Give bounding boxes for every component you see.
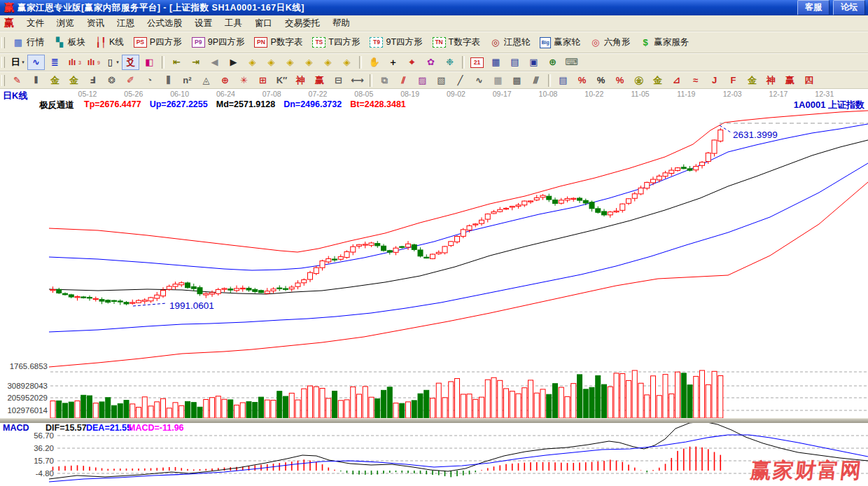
gold-line-button[interactable]: 金 (649, 73, 666, 88)
calendar-21-button[interactable]: 21 (468, 55, 486, 70)
customer-service-button[interactable]: 客服 (797, 0, 830, 15)
circle-cross-button[interactable]: ⊕ (216, 73, 234, 88)
quotes-button[interactable]: ▦行情 (8, 35, 49, 50)
grid-123-button[interactable]: ⊟ (330, 73, 347, 88)
menu-窗口[interactable]: 窗口 (248, 16, 279, 31)
menu-浏览[interactable]: 浏览 (50, 16, 80, 31)
gold-circle-button[interactable]: ㊎ (630, 73, 648, 88)
percent-line-button[interactable]: % (611, 73, 629, 88)
menu-工具[interactable]: 工具 (218, 16, 248, 31)
hatch-box-2-button[interactable]: ▧ (433, 73, 450, 88)
grid-fill-button[interactable]: ▩ (508, 73, 526, 88)
info-list-button[interactable]: ≣ (46, 55, 64, 70)
win-tool-button[interactable]: 赢 (311, 73, 328, 88)
p-square-button[interactable]: PSP四方形 (129, 35, 187, 50)
winner-wheel-button[interactable]: Big赢家轮 (535, 35, 585, 50)
gold-grid-2-button[interactable]: 金 (65, 73, 83, 88)
expand-diamond-button[interactable]: ◈ (319, 55, 337, 70)
zoom-left-diamond-button[interactable]: ◈ (244, 55, 261, 70)
magnifier-button[interactable]: ⌖ (403, 55, 421, 70)
calculator-button[interactable]: ▦ (487, 55, 505, 70)
pattern-red-button[interactable]: 爻 (122, 55, 139, 70)
notepad-button[interactable]: ▤ (506, 55, 524, 70)
p-number-table-button[interactable]: PNP数字表 (249, 35, 307, 50)
histogram-color-button[interactable]: ◧ (141, 55, 158, 70)
grid-cross-button[interactable]: ⊞ (254, 73, 272, 88)
grid-dense-button[interactable]: ▦ (489, 73, 507, 88)
gann-box-button[interactable]: ▤ (554, 73, 572, 88)
gann-wheel-button[interactable]: ◎江恩轮 (485, 35, 536, 50)
hexagon-button[interactable]: ◎六角形 (585, 35, 636, 50)
frame-tool-button[interactable]: ⧉ (376, 73, 393, 88)
page-left-button[interactable]: ◀ (206, 55, 223, 70)
period-dropdown-button[interactable]: 日▾ (8, 55, 26, 70)
save-disk-button[interactable]: ▣ (525, 55, 542, 70)
shen-tool-button[interactable]: 神 (292, 73, 309, 88)
comb-2-button[interactable]: ⫼ (160, 73, 177, 88)
t-number-table-button[interactable]: TNT数字表 (428, 35, 485, 50)
web-mail-button[interactable]: ⊕ (544, 55, 561, 70)
zoom-right-diamond-button[interactable]: ◈ (262, 55, 280, 70)
full-view-diamond-button[interactable]: ◈ (338, 55, 356, 70)
toolbar-grip[interactable] (1, 37, 5, 48)
winner-service-button[interactable]: $赢家服务 (635, 35, 694, 50)
percent-cross-button[interactable]: % (573, 73, 591, 88)
wave-lines-button[interactable]: ≈ (687, 73, 704, 88)
three-bars-button[interactable]: ılı3 (65, 55, 83, 70)
time-circle-button[interactable]: ◔ (141, 73, 158, 88)
triangle-ruler-button[interactable]: ◬ (197, 73, 215, 88)
menu-设置[interactable]: 设置 (188, 16, 218, 31)
k-marks-button[interactable]: Κ″ (273, 73, 290, 88)
pen-angle-button[interactable]: ✐ (122, 73, 139, 88)
menu-文件[interactable]: 文件 (20, 16, 50, 31)
win-slash-button[interactable]: 赢 (781, 73, 799, 88)
zoom-horizontal-diamond-button[interactable]: ◈ (281, 55, 299, 70)
zigzag-button[interactable]: ∿ (470, 73, 488, 88)
f-line-button[interactable]: F (724, 73, 742, 88)
9t-square-button[interactable]: T99T四方形 (365, 35, 427, 50)
four-slash-button[interactable]: 四 (800, 73, 818, 88)
spiral-button[interactable]: ❂ (103, 73, 120, 88)
nine-bars-button[interactable]: ılı9 (84, 55, 102, 70)
9p-square-button[interactable]: P99P四方形 (187, 35, 250, 50)
gold-grid-1-button[interactable]: 金 (46, 73, 64, 88)
toolbar-grip[interactable] (1, 75, 5, 86)
kline-button[interactable]: ╽╿K线 (90, 35, 129, 50)
menu-帮助[interactable]: 帮助 (326, 16, 356, 31)
sectors-button[interactable]: ▚板块 (49, 35, 90, 50)
n-squared-button[interactable]: n² (178, 73, 196, 88)
menu-资讯[interactable]: 资讯 (80, 16, 111, 31)
f-tool-button[interactable]: Ⅎ (84, 73, 102, 88)
shen-slash-button[interactable]: 神 (762, 73, 780, 88)
draw-pen-button[interactable]: ✎ (8, 73, 26, 88)
forum-button[interactable]: 论坛 (833, 0, 865, 15)
pane-splitter[interactable] (0, 418, 868, 423)
parallel-lines-button[interactable]: ⫻ (527, 73, 545, 88)
t-square-button[interactable]: TST四方形 (307, 35, 365, 50)
percent-button[interactable]: % (592, 73, 610, 88)
trend-line-button[interactable]: ╱ (451, 73, 469, 88)
menu-江恩[interactable]: 江恩 (111, 16, 141, 31)
crosshair-button[interactable]: ＋ (384, 55, 402, 70)
angle-tool-button[interactable]: ⊿ (668, 73, 685, 88)
menu-交易委托[interactable]: 交易委托 (279, 16, 326, 31)
flower-tool-button[interactable]: ✿ (422, 55, 440, 70)
gold-slash-button[interactable]: 金 (743, 73, 761, 88)
menu-公式选股[interactable]: 公式选股 (141, 16, 188, 31)
trend-wave-button[interactable]: ∿ (27, 55, 45, 70)
first-page-button[interactable]: ⇤ (168, 55, 186, 70)
j-line-button[interactable]: J (706, 73, 723, 88)
star-rays-button[interactable]: ✳ (235, 73, 253, 88)
h-span-button[interactable]: ⟷ (349, 73, 366, 88)
computer-button[interactable]: ⌨ (563, 55, 580, 70)
compress-diamond-button[interactable]: ◈ (300, 55, 318, 70)
hand-drag-button[interactable]: ✋ (365, 55, 383, 70)
brain-tool-button[interactable]: ❉ (441, 55, 458, 70)
candle-style-dropdown-button[interactable]: ▯▾ (103, 55, 120, 70)
last-page-button[interactable]: ⇥ (187, 55, 204, 70)
comb-1-button[interactable]: ⫴ (27, 73, 45, 88)
hatch-box-button[interactable]: ▨ (414, 73, 431, 88)
page-right-button[interactable]: ▶ (225, 55, 242, 70)
toolbar-grip[interactable] (1, 57, 5, 68)
ray-fan-button[interactable]: ⫽ (395, 73, 412, 88)
